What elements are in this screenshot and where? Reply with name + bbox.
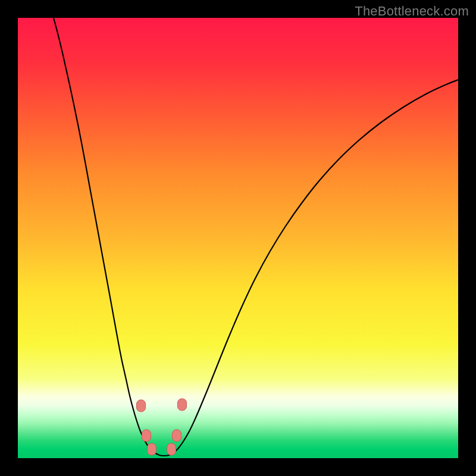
plot-area <box>18 18 458 458</box>
background-gradient <box>18 18 458 458</box>
chart-frame: TheBottleneck.com <box>0 0 476 476</box>
watermark-text: TheBottleneck.com <box>355 4 469 19</box>
gradient-rect <box>18 18 458 458</box>
